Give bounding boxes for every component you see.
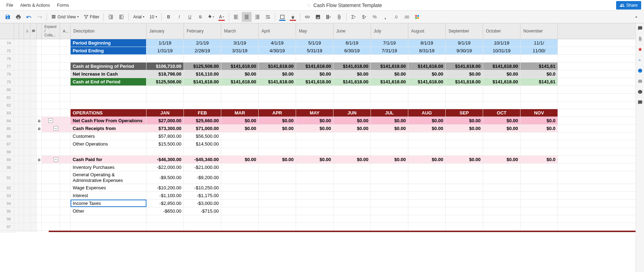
align-right-button[interactable] [252, 12, 262, 22]
indent-button[interactable] [116, 12, 126, 22]
underline-button[interactable]: U [185, 12, 195, 22]
increase-decimal-button[interactable]: .00 [402, 12, 411, 22]
conditional-format-button[interactable] [412, 12, 422, 22]
separator [128, 13, 129, 21]
favorite-star-icon[interactable]: ☆ [307, 2, 311, 8]
font-selector[interactable]: Arial▾ [131, 14, 146, 19]
filter-button[interactable]: Filter [82, 14, 102, 19]
document-title-wrap: ☆ Cash Flow Statement Template [72, 2, 616, 8]
link-button[interactable] [302, 12, 312, 22]
svg-rect-2 [417, 15, 419, 17]
menu-alerts-actions[interactable]: Alerts & Actions [17, 1, 53, 10]
svg-rect-1 [415, 15, 417, 17]
italic-button[interactable]: I [174, 12, 184, 22]
separator [275, 13, 275, 21]
bold-button[interactable]: B [164, 12, 174, 22]
separator [103, 13, 104, 21]
toolbar: Grid View▾ Filter Arial▾ 10▾ B I U S ▾ A… [0, 11, 644, 23]
share-label: Share [626, 3, 638, 8]
align-center-button[interactable] [242, 12, 252, 22]
font-size-selector[interactable]: 10▾ [147, 14, 159, 19]
strikethrough-button[interactable]: S [195, 12, 205, 22]
view-selector[interactable]: Grid View▾ [49, 14, 81, 19]
separator [229, 13, 229, 21]
separator [161, 13, 162, 21]
svg-rect-3 [415, 17, 417, 19]
borders-button[interactable] [277, 12, 287, 22]
fill-color-button[interactable]: ▾ [206, 12, 216, 22]
filter-icon [84, 14, 89, 19]
undo-button[interactable] [24, 12, 34, 22]
thousands-button[interactable]: , [380, 12, 390, 22]
insert-column-button[interactable] [324, 12, 333, 22]
svg-rect-0 [281, 15, 284, 19]
save-button[interactable] [3, 12, 13, 22]
menu-file[interactable]: File [3, 1, 17, 10]
attachment-button[interactable] [334, 12, 344, 22]
wrap-text-button[interactable] [263, 12, 273, 22]
outdent-button[interactable] [106, 12, 116, 22]
share-button[interactable]: Share [616, 1, 641, 10]
highlight-button[interactable] [288, 12, 298, 22]
percent-button[interactable]: % [370, 12, 380, 22]
separator [300, 13, 300, 21]
currency-button[interactable]: $▾ [359, 12, 369, 22]
print-button[interactable] [13, 12, 23, 22]
grid-icon [51, 14, 56, 19]
decrease-decimal-button[interactable]: .0 [391, 12, 401, 22]
separator [47, 13, 47, 21]
separator [346, 13, 347, 21]
collapse-toolbar-button[interactable] [631, 12, 641, 22]
redo-button[interactable] [35, 12, 44, 22]
image-button[interactable] [313, 12, 323, 22]
menu-bar: File Alerts & Actions Forms ☆ Cash Flow … [0, 0, 644, 11]
align-left-button[interactable] [231, 12, 241, 22]
sum-button[interactable]: Σ▾ [349, 12, 359, 22]
people-icon [620, 3, 625, 8]
menu-forms[interactable]: Forms [53, 1, 72, 10]
font-color-button[interactable]: A▾ [217, 12, 227, 22]
svg-rect-4 [417, 17, 419, 19]
document-title[interactable]: Cash Flow Statement Template [313, 2, 382, 8]
